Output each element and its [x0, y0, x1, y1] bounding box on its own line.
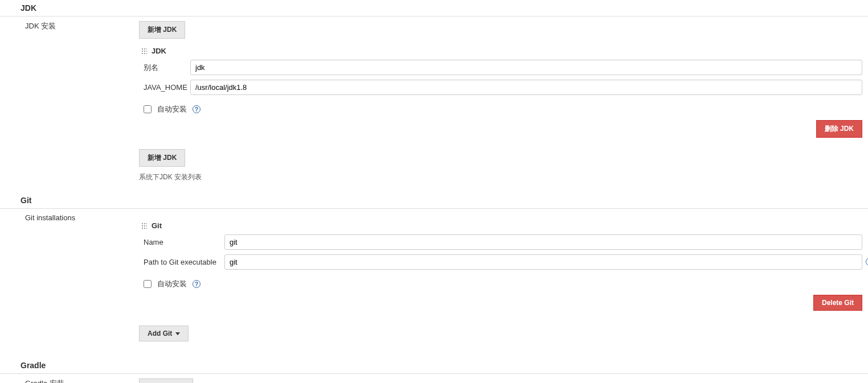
delete-jdk-button[interactable]: 删除 JDK: [816, 120, 862, 138]
help-icon[interactable]: ?: [866, 258, 868, 266]
chevron-down-icon: [175, 332, 180, 335]
jdk-desc: 系统下JDK 安装列表: [139, 172, 862, 182]
git-path-label: Path to Git executable: [139, 258, 224, 266]
git-path-input[interactable]: [224, 254, 862, 270]
jdk-auto-install-label: 自动安装: [157, 104, 187, 114]
gradle-install-label: Gradle 安装: [0, 378, 114, 383]
git-auto-install-label: 自动安装: [157, 279, 187, 289]
jdk-alias-label: 别名: [139, 63, 190, 73]
add-jdk-button-top[interactable]: 新增 JDK: [139, 21, 185, 39]
jdk-item-title: JDK: [152, 47, 166, 55]
drag-handle-icon[interactable]: [141, 48, 147, 55]
add-git-button[interactable]: Add Git: [139, 326, 189, 341]
add-jdk-button-bottom[interactable]: 新增 JDK: [139, 149, 185, 167]
help-icon[interactable]: ?: [193, 105, 200, 113]
git-item-title: Git: [152, 221, 162, 230]
git-name-input[interactable]: [224, 234, 862, 250]
java-home-label: JAVA_HOME: [139, 83, 190, 92]
git-auto-install-checkbox[interactable]: [144, 280, 152, 288]
help-icon[interactable]: ?: [193, 280, 200, 288]
jdk-alias-input[interactable]: [190, 60, 862, 75]
git-section-header: Git: [0, 192, 868, 209]
jdk-auto-install-checkbox[interactable]: [144, 105, 152, 113]
gradle-section-header: Gradle: [0, 357, 868, 374]
drag-handle-icon[interactable]: [141, 223, 147, 229]
add-gradle-button[interactable]: 新增 Gradle: [139, 378, 193, 383]
java-home-input[interactable]: [190, 80, 862, 95]
git-name-label: Name: [139, 238, 224, 246]
jdk-section-header: JDK: [0, 0, 868, 17]
git-install-label: Git installations: [0, 213, 114, 222]
jdk-install-label: JDK 安装: [0, 21, 114, 31]
delete-git-button[interactable]: Delete Git: [813, 295, 862, 311]
